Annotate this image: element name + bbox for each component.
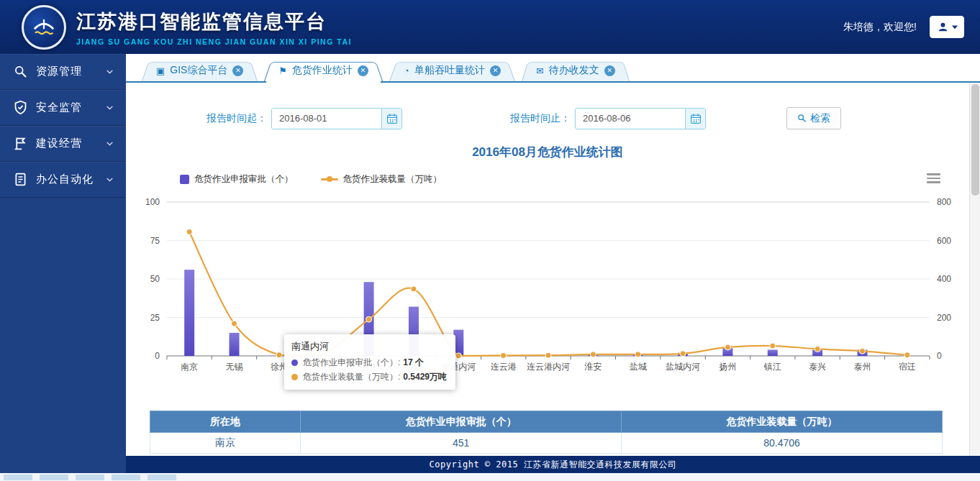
series-dot-icon xyxy=(291,359,298,366)
bar-legend-swatch xyxy=(180,175,189,184)
sidebar-item-label: 资源管理 xyxy=(36,65,105,78)
vertical-scrollbar[interactable] xyxy=(969,83,980,456)
svg-text:25: 25 xyxy=(150,313,160,323)
svg-text:扬州: 扬州 xyxy=(718,362,736,372)
search-button[interactable]: 检索 xyxy=(786,107,841,129)
header-right: 朱培德，欢迎您! xyxy=(843,16,980,38)
table-header-cell: 危货作业装载量（万吨） xyxy=(622,411,943,433)
sidebar-item-2[interactable]: 建设经营 xyxy=(0,126,126,162)
stats-table: 所在地危货作业申报审批（个）危货作业装载量（万吨） 南京45180.4706 xyxy=(150,411,943,454)
caret-down-icon xyxy=(952,25,958,29)
search-button-label: 检索 xyxy=(810,112,830,125)
chevron-down-icon xyxy=(105,67,114,76)
tooltip-value: 17 个 xyxy=(403,357,424,369)
construction-icon xyxy=(13,136,28,151)
gis-icon: ▣ xyxy=(156,66,165,75)
svg-text:0: 0 xyxy=(155,351,160,361)
end-date-field xyxy=(575,108,706,129)
svg-text:镇江: 镇江 xyxy=(763,362,781,372)
statistics-chart[interactable]: 02550751000200400600800南京无锡徐州常州苏州南通南通内河连… xyxy=(137,188,964,403)
tab-label: 单船吞吐量统计 xyxy=(414,64,485,77)
sidebar-item-label: 办公自动化 xyxy=(36,173,105,186)
tab-label: 待办收发文 xyxy=(549,64,599,77)
tab-label: GIS综合平台 xyxy=(170,64,227,77)
svg-text:连云港: 连云港 xyxy=(491,362,517,372)
tooltip-row: 危货作业装载量（万吨）:0.5429万吨 xyxy=(291,371,447,383)
tab-close-icon[interactable]: ✕ xyxy=(490,65,501,76)
svg-text:盐城内河: 盐城内河 xyxy=(666,362,700,372)
tab-1[interactable]: ⚑危货作业统计✕ xyxy=(264,60,383,81)
tab-bar: ▣GIS综合平台✕⚑危货作业统计✕◔单船吞吐量统计✕✉待办收发文✕ xyxy=(126,54,980,83)
port-logo xyxy=(22,5,66,50)
chart-title: 2016年08月危货作业统计图 xyxy=(126,144,969,160)
tab-close-icon[interactable]: ✕ xyxy=(604,65,615,76)
tooltip-label: 危货作业申报审批（个）: xyxy=(303,357,400,369)
start-date-input[interactable] xyxy=(272,109,381,129)
svg-text:无锡: 无锡 xyxy=(226,362,243,372)
svg-text:泰州: 泰州 xyxy=(853,362,871,372)
chart-toolbox-icon[interactable] xyxy=(927,173,940,183)
legend-item-line[interactable]: 危货作业装载量（万吨） xyxy=(321,173,443,185)
taskbar-block xyxy=(148,475,176,480)
main-content: ▣GIS综合平台✕⚑危货作业统计✕◔单船吞吐量统计✕✉待办收发文✕ 报告时间起：… xyxy=(126,54,980,473)
resource-icon xyxy=(13,64,28,79)
tooltip-value: 0.5429万吨 xyxy=(403,371,447,383)
svg-text:50: 50 xyxy=(150,274,160,284)
chevron-down-icon xyxy=(105,103,114,112)
start-date-calendar-button[interactable] xyxy=(381,109,401,129)
chart-tooltip: 南通内河 危货作业申报审批（个）:17 个危货作业装载量（万吨）:0.5429万… xyxy=(284,334,455,390)
search-icon xyxy=(797,114,807,123)
start-date-label: 报告时间起： xyxy=(207,112,267,125)
user-menu-button[interactable] xyxy=(930,16,964,38)
tab-0[interactable]: ▣GIS综合平台✕ xyxy=(142,60,258,81)
tab-3[interactable]: ✉待办收发文✕ xyxy=(522,60,630,81)
send-doc-icon: ✉ xyxy=(536,66,544,75)
legend-item-bar[interactable]: 危货作业申报审批（个） xyxy=(180,173,294,185)
svg-text:淮安: 淮安 xyxy=(584,362,602,372)
end-date-calendar-button[interactable] xyxy=(685,109,705,129)
sidebar-item-label: 建设经营 xyxy=(36,137,105,150)
chart-canvas[interactable]: 02550751000200400600800南京无锡徐州常州苏州南通南通内河连… xyxy=(137,188,964,403)
end-date-input[interactable] xyxy=(576,109,685,129)
tooltip-row: 危货作业申报审批（个）:17 个 xyxy=(291,357,447,369)
user-icon xyxy=(937,21,949,33)
start-date-field xyxy=(271,108,402,129)
tab-2[interactable]: ◔单船吞吐量统计✕ xyxy=(389,60,515,81)
sidebar-item-1[interactable]: 安全监管 xyxy=(0,90,126,126)
tooltip-title: 南通内河 xyxy=(291,340,447,353)
table-header-row: 所在地危货作业申报审批（个）危货作业装载量（万吨） xyxy=(150,411,943,433)
end-date-label: 报告时间止： xyxy=(510,112,571,125)
logo-emblem-icon xyxy=(28,12,60,43)
svg-text:800: 800 xyxy=(937,197,951,207)
svg-text:宿迁: 宿迁 xyxy=(899,362,916,372)
chevron-down-icon xyxy=(105,175,114,184)
taskbar-block xyxy=(112,475,140,480)
sidebar-item-3[interactable]: 办公自动化 xyxy=(0,162,126,198)
header: 江苏港口智能监管信息平台 JIANG SU GANG KOU ZHI NENG … xyxy=(0,0,980,54)
taskbar-block xyxy=(76,475,104,480)
table-cell: 南京 xyxy=(150,433,301,454)
tab-close-icon[interactable]: ✕ xyxy=(358,65,368,76)
sidebar-nav: 资源管理安全监管建设经营办公自动化 xyxy=(0,54,126,473)
taskbar-block xyxy=(4,475,32,480)
title-block: 江苏港口智能监管信息平台 JIANG SU GANG KOU ZHI NENG … xyxy=(76,9,352,46)
scrollbar-thumb[interactable] xyxy=(971,84,979,196)
sidebar-item-0[interactable]: 资源管理 xyxy=(0,54,126,90)
chart-legend: 危货作业申报审批（个）危货作业装载量（万吨） xyxy=(180,172,969,186)
svg-text:0: 0 xyxy=(937,351,942,361)
line-legend-swatch xyxy=(321,176,338,183)
table-header-cell: 所在地 xyxy=(150,411,301,433)
legend-label: 危货作业装载量（万吨） xyxy=(343,173,443,185)
svg-text:盐城: 盐城 xyxy=(630,362,647,372)
page-footer: Copyright © 2015 江苏省新通智能交通科技发展有限公司 xyxy=(126,456,980,473)
chevron-down-icon xyxy=(105,139,114,148)
table-header-cell: 危货作业申报审批（个） xyxy=(301,411,622,433)
tab-close-icon[interactable]: ✕ xyxy=(232,65,243,76)
taskbar-strip xyxy=(0,473,980,481)
office-icon xyxy=(13,172,28,187)
app-subtitle: JIANG SU GANG KOU ZHI NENG JIAN GUAN XIN… xyxy=(76,37,352,46)
svg-text:连云港内河: 连云港内河 xyxy=(527,362,570,372)
calendar-icon xyxy=(386,113,398,124)
copyright-text: Copyright © 2015 江苏省新通智能交通科技发展有限公司 xyxy=(430,459,677,471)
tab-label: 危货作业统计 xyxy=(292,64,353,77)
